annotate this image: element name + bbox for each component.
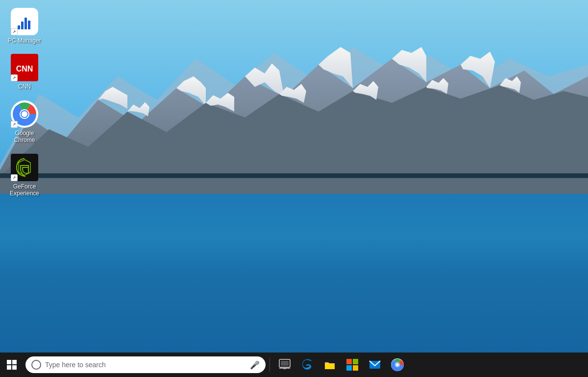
microphone-icon[interactable]: 🎤 [250,360,260,370]
search-placeholder-text: Type here to search [45,361,246,369]
svg-point-49 [396,363,399,366]
chrome-shortcut [11,121,18,128]
chrome-label: GoogleChrome [14,130,35,144]
wallpaper-mountains [0,0,588,194]
taskbar-separator [270,357,270,372]
svg-rect-43 [346,365,352,371]
taskbar-app-edge[interactable] [296,353,318,377]
file-explorer-icon [323,358,337,372]
taskbar-app-file-explorer[interactable] [319,353,341,377]
taskbar-pinned-apps [274,353,408,377]
edge-icon [300,358,314,372]
svg-rect-40 [325,364,335,369]
svg-rect-41 [346,359,352,364]
chrome-icon-img [11,100,38,128]
svg-text:CNN: CNN [16,65,33,73]
svg-rect-36 [281,361,289,366]
microsoft-store-icon [345,358,359,372]
taskbar-app-mail[interactable] [364,353,386,377]
svg-rect-20 [24,18,27,29]
windows-logo-icon [7,360,17,370]
geforce-label: GeForceExperience [10,183,39,197]
mail-icon [368,358,382,372]
desktop: PC Manager CNN CNN [0,0,588,353]
svg-point-28 [22,111,27,117]
svg-rect-38 [283,367,286,369]
snipping-tool-icon [278,358,292,372]
svg-rect-18 [18,25,20,29]
desktop-icon-geforce-experience[interactable]: GeForceExperience [5,151,44,200]
svg-rect-19 [21,22,24,29]
taskbar: Type here to search 🎤 [0,353,588,377]
start-button[interactable] [0,353,24,377]
desktop-icons: PC Manager CNN CNN [5,5,44,200]
cortana-circle-icon [31,360,41,370]
svg-rect-16 [0,173,588,178]
taskbar-app-microsoft-store[interactable] [342,353,363,377]
svg-rect-33 [7,365,11,370]
svg-rect-42 [353,359,358,364]
geforce-shortcut [11,174,18,181]
cnn-label: CNN [18,83,31,90]
pc-manager-shortcut [11,28,18,35]
desktop-icon-cnn[interactable]: CNN CNN [5,51,44,93]
desktop-icon-pc-manager[interactable]: PC Manager [5,5,44,47]
taskbar-app-chrome[interactable] [387,353,408,377]
cnn-shortcut [11,74,18,81]
pc-manager-label: PC Manager [8,37,41,44]
svg-rect-32 [12,360,17,364]
desktop-icon-google-chrome[interactable]: GoogleChrome [5,97,44,147]
taskbar-app-snipping-tool[interactable] [274,353,295,377]
geforce-icon-img [11,154,38,181]
svg-rect-44 [353,365,358,371]
svg-rect-31 [7,360,11,364]
cnn-icon-img: CNN [11,54,38,81]
search-bar[interactable]: Type here to search 🎤 [25,356,266,373]
chrome-taskbar-icon [391,358,404,372]
pc-manager-icon-img [11,8,38,35]
svg-rect-34 [12,365,17,370]
svg-rect-21 [28,21,30,29]
